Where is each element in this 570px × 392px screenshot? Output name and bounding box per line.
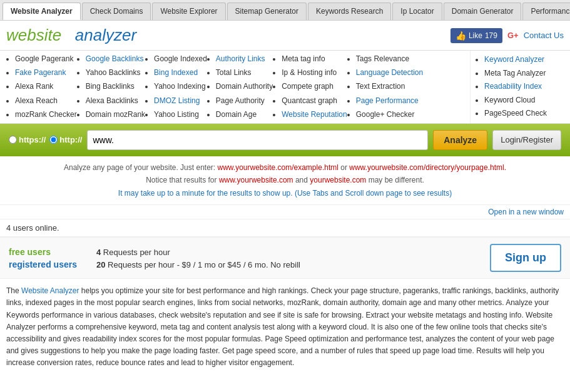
top-navigation: Website Analyzer Check Domains Website E…	[0, 0, 570, 21]
thumbs-up-icon: 👍	[455, 31, 466, 41]
facebook-like-button[interactable]: 👍 Like 179	[450, 28, 502, 43]
info-line2: Notice that results for www.yourwebsite.…	[6, 174, 564, 186]
link-domain-age: Domain Age	[216, 109, 273, 121]
info-notice-end: may be different.	[366, 176, 424, 184]
info-notice-and: and	[293, 176, 310, 184]
signup-button[interactable]: Sign up	[490, 244, 561, 272]
link-authority-links[interactable]: Authority Links	[216, 53, 273, 65]
link-google-indexed: Google Indexed	[154, 53, 207, 65]
links-columns: Google Pagerank Fake Pagerank Alexa Rank…	[0, 51, 470, 123]
right-sidebar: Keyword Analyzer Meta Tag Analyzer Reada…	[470, 51, 570, 123]
notice-url-2[interactable]: yourwebsite.com	[310, 176, 366, 184]
open-new-window-bar: Open in a new window	[0, 205, 570, 219]
info-text-1: Analyze any page of your website. Just e…	[64, 163, 217, 172]
links-col-4: Authority Links Total Links Domain Autho…	[207, 53, 273, 121]
google-plus-icon: G+	[507, 31, 519, 40]
info-notice-start: Notice that results for	[146, 176, 219, 184]
login-register-button[interactable]: Login/Register	[492, 130, 561, 150]
link-bing-indexed[interactable]: Bing Indexed	[154, 67, 207, 79]
registered-users-row: registered users 20 Requests per hour - …	[9, 259, 300, 269]
link-page-performance[interactable]: Page Performance	[356, 95, 423, 107]
registered-users-detail: 20 Requests per hour - $9 / 1 mo or $45 …	[96, 260, 300, 269]
links-section: Google Pagerank Fake Pagerank Alexa Rank…	[0, 51, 570, 124]
link-domain-authority: Domain Authority	[216, 81, 273, 93]
website-analyzer-link[interactable]: Website Analyzer	[21, 286, 79, 295]
tab-website-analyzer[interactable]: Website Analyzer	[3, 3, 81, 20]
link-compete-graph: Compete graph	[282, 81, 347, 93]
protocol-selector: https:// http://	[9, 135, 82, 144]
http-radio[interactable]	[49, 136, 58, 144]
link-bing-backlinks: Bing Backlinks	[86, 81, 145, 93]
description-prefix: The	[6, 286, 21, 295]
tab-keywords-research[interactable]: Keywords Research	[308, 3, 391, 20]
info-or: or	[338, 163, 349, 172]
url-input[interactable]	[87, 130, 428, 150]
free-users-label: free users	[9, 247, 90, 257]
link-domain-mozrank: Domain mozRank	[86, 109, 145, 121]
site-title: website analyzer	[6, 26, 136, 45]
links-col-2: Google Backlinks Yahoo Backlinks Bing Ba…	[77, 53, 145, 121]
link-mozrank-checker: mozRank Checker	[15, 109, 77, 121]
link-text-extraction: Text Extraction	[356, 81, 423, 93]
links-col-5: Meta tag info Ip & Hosting info Compete …	[273, 53, 347, 121]
link-google-pagerank: Google Pagerank	[15, 53, 77, 65]
link-dmoz-listing[interactable]: DMOZ Listing	[154, 95, 207, 107]
fb-like-label: Like	[469, 31, 482, 40]
link-meta-tag-info: Meta tag info	[282, 53, 347, 65]
analyze-button[interactable]: Analyze	[433, 130, 487, 150]
http-radio-label[interactable]: http://	[49, 135, 82, 144]
free-users-count: 4	[96, 248, 101, 257]
link-language-detection[interactable]: Language Detection	[356, 67, 423, 79]
link-website-reputation[interactable]: Website Reputation	[282, 109, 347, 121]
example-url-2[interactable]: www.yourwebsite.com/directory/yourpage.h…	[349, 163, 506, 172]
tab-sitemap-generator[interactable]: Sitemap Generator	[227, 3, 307, 20]
links-col-6: Tags Relevance Language Detection Text E…	[347, 53, 423, 121]
example-url-1[interactable]: www.yourwebsite.com/example.html	[217, 163, 338, 172]
sidebar-keyword-analyzer[interactable]: Keyword Analyzer	[484, 53, 565, 67]
https-label: https://	[19, 135, 46, 144]
tab-ip-locator[interactable]: Ip Locator	[392, 3, 442, 20]
tab-performance-test[interactable]: Performance Test	[522, 3, 570, 20]
link-yahoo-indexing: Yahoo Indexing	[154, 81, 207, 93]
description-text: helps you optimize your site for best pe…	[6, 286, 559, 367]
link-fake-pagerank[interactable]: Fake Pagerank	[15, 67, 77, 79]
link-page-authority: Page Authority	[216, 95, 273, 107]
link-alexa-backlinks: Alexa Backlinks	[86, 95, 145, 107]
sidebar-pagespeed-check: PageSpeed Check	[484, 107, 565, 121]
link-tags-relevance: Tags Relevance	[356, 53, 423, 65]
links-col-3: Google Indexed Bing Indexed Yahoo Indexi…	[145, 53, 207, 121]
header: website analyzer 👍 Like 179 G+ Contact U…	[0, 21, 570, 51]
link-yahoo-backlinks: Yahoo Backlinks	[86, 67, 145, 79]
users-section: free users 4 Requests per hour registere…	[0, 237, 570, 279]
link-alexa-reach: Alexa Reach	[15, 95, 77, 107]
online-users-text: 4 users online.	[6, 223, 59, 233]
tab-website-explorer[interactable]: Website Explorer	[152, 3, 225, 20]
info-line3: It may take up to a minute for the resul…	[6, 187, 564, 199]
info-text-area: Analyze any page of your website. Just e…	[0, 156, 570, 205]
registered-users-label: registered users	[9, 259, 90, 269]
link-quantcast-graph: Quantcast graph	[282, 95, 347, 107]
https-radio[interactable]	[9, 136, 17, 144]
link-ip-hosting-info: Ip & Hosting info	[282, 67, 347, 79]
tab-domain-generator[interactable]: Domain Generator	[444, 3, 522, 20]
open-new-window-link[interactable]: Open in a new window	[488, 208, 564, 216]
https-radio-label[interactable]: https://	[9, 135, 46, 144]
header-right: 👍 Like 179 G+ Contact Us	[450, 28, 564, 43]
users-info: free users 4 Requests per hour registere…	[9, 247, 300, 269]
link-google-plus-checker: Google+ Checker	[356, 109, 423, 121]
link-google-backlinks[interactable]: Google Backlinks	[86, 53, 145, 65]
contact-link[interactable]: Contact Us	[524, 31, 564, 40]
sidebar-keyword-cloud: Keyword Cloud	[484, 94, 565, 108]
link-alexa-rank: Alexa Rank	[15, 81, 77, 93]
notice-url-1[interactable]: www.yourwebsite.com	[219, 176, 293, 184]
tab-check-domains[interactable]: Check Domains	[82, 3, 151, 20]
sidebar-readability-index[interactable]: Readability Index	[484, 80, 565, 94]
free-users-detail: 4 Requests per hour	[96, 248, 170, 257]
link-total-links: Total Links	[216, 67, 273, 79]
sidebar-links: Keyword Analyzer Meta Tag Analyzer Reada…	[476, 53, 565, 121]
online-users-bar: 4 users online.	[0, 219, 570, 237]
fb-like-count: 179	[485, 31, 497, 40]
links-col-1: Google Pagerank Fake Pagerank Alexa Rank…	[6, 53, 77, 121]
free-users-row: free users 4 Requests per hour	[9, 247, 300, 257]
title-green: website	[6, 26, 61, 44]
